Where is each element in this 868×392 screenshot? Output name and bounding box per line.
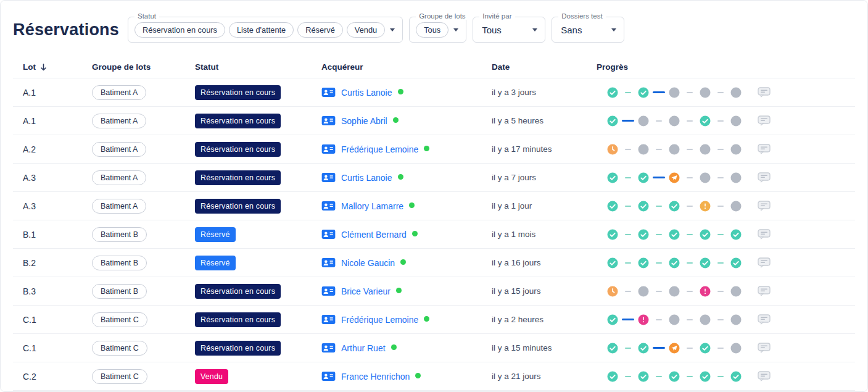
table-row[interactable]: A.3 Batiment A Réservation en cours Curt… [13, 164, 855, 192]
status-cell: Réservation en cours [195, 85, 321, 100]
progress-step-gray-icon [669, 144, 680, 155]
progress-connector [649, 149, 669, 150]
progress-connector [680, 234, 700, 235]
contact-card-icon[interactable] [321, 87, 336, 98]
contact-card-icon[interactable] [321, 229, 336, 240]
acquereur-cell: Frédérique Lemoine [321, 144, 492, 154]
filter-chip[interactable]: Vendu [347, 22, 385, 38]
acquereur-link[interactable]: Frédérique Lemoine [341, 144, 418, 154]
table-row[interactable]: B.1 Batiment B Réservé Clément Bernard i… [13, 220, 855, 249]
progress-cell [597, 257, 855, 269]
comment-icon[interactable] [758, 115, 771, 126]
comment-icon[interactable] [758, 343, 771, 353]
status-cell: Réservation en cours [195, 312, 321, 327]
contact-card-icon[interactable] [321, 201, 336, 211]
progress-step-gray-icon [700, 314, 711, 325]
acquereur-cell: Nicole Gaucin [321, 257, 492, 268]
table-row[interactable]: A.1 Batiment A Réservation en cours Curt… [13, 78, 855, 107]
table-row[interactable]: B.3 Batiment B Réservation en cours Bric… [13, 277, 855, 306]
comment-icon[interactable] [758, 229, 771, 240]
chevron-down-icon[interactable] [532, 28, 537, 31]
table-row[interactable]: A.3 Batiment A Réservation en cours Mall… [13, 192, 855, 220]
contact-card-icon[interactable] [321, 115, 336, 126]
filter-chip[interactable]: Réservé [297, 22, 343, 38]
contact-card-icon[interactable] [321, 286, 336, 296]
chevron-down-icon[interactable] [390, 28, 395, 31]
chevron-down-icon[interactable] [453, 28, 458, 31]
acquereur-link[interactable]: Frédérique Lemoine [341, 315, 418, 325]
status-badge: Réservation en cours [195, 312, 281, 327]
progress-step-gray-icon [730, 115, 742, 127]
table-row[interactable]: C.2 Batiment C Vendu France Henrichon il… [13, 362, 855, 391]
progress-step-gray-icon [700, 144, 711, 155]
acquereur-link[interactable]: France Henrichon [341, 372, 410, 382]
filter-statut-label: Statut [134, 12, 159, 20]
comment-icon[interactable] [758, 257, 771, 268]
comment-icon[interactable] [758, 201, 771, 211]
date-cell: il y a 7 jours [492, 173, 597, 182]
status-badge: Réservation en cours [195, 170, 281, 185]
filter-chip[interactable]: Réservation en cours [134, 22, 225, 38]
table-row[interactable]: C.1 Batiment C Réservation en cours Fréd… [13, 306, 855, 334]
group-chip: Batiment A [92, 170, 146, 185]
comment-icon[interactable] [758, 314, 771, 325]
sort-descending-icon[interactable] [40, 64, 47, 71]
filter-dossiers-test[interactable]: Dossiers test Sans [552, 17, 624, 43]
contact-card-icon[interactable] [321, 314, 336, 325]
progress-connector [711, 262, 730, 264]
contact-card-icon[interactable] [321, 371, 336, 382]
progress-connector [680, 120, 700, 122]
lot-cell: B.2 [13, 258, 92, 268]
comment-icon[interactable] [758, 286, 771, 296]
comment-icon[interactable] [758, 87, 771, 98]
contact-card-icon[interactable] [321, 257, 336, 268]
acquereur-link[interactable]: Curtis Lanoie [341, 173, 392, 183]
progress-step-warn-amber-icon [700, 201, 711, 212]
progress-step-check-icon [607, 172, 618, 183]
progress-connector [711, 177, 730, 178]
group-cell: Batiment C [92, 341, 195, 356]
dossiers-test-value[interactable]: Sans [558, 25, 584, 35]
status-cell: Réservation en cours [195, 199, 321, 214]
acquereur-link[interactable]: Sophie Abril [341, 116, 387, 126]
acquereur-cell: Curtis Lanoie [321, 87, 492, 98]
contact-card-icon[interactable] [321, 343, 336, 353]
progress-cell [597, 229, 855, 240]
status-cell: Réservation en cours [195, 170, 321, 185]
lot-cell: A.3 [13, 173, 92, 183]
contact-card-icon[interactable] [321, 172, 336, 183]
lot-cell: B.1 [13, 230, 92, 240]
acquereur-link[interactable]: Nicole Gaucin [341, 258, 395, 268]
filter-chip[interactable]: Liste d'attente [229, 22, 294, 38]
progress-step-check-icon [730, 229, 742, 240]
contact-card-icon[interactable] [321, 144, 336, 154]
comment-icon[interactable] [758, 172, 771, 183]
acquereur-link[interactable]: Brice Varieur [341, 286, 391, 296]
table-row[interactable]: B.2 Batiment B Réservé Nicole Gaucin il … [13, 249, 855, 277]
acquereur-link[interactable]: Clément Bernard [341, 230, 407, 240]
comment-icon[interactable] [758, 371, 771, 382]
date-cell: il y a 15 jours [492, 286, 597, 296]
table-row[interactable]: A.1 Batiment A Réservation en cours Soph… [13, 107, 855, 135]
table-row[interactable]: A.2 Batiment A Réservation en cours Fréd… [13, 135, 855, 164]
acquereur-link[interactable]: Arthur Ruet [341, 343, 386, 353]
acquereur-link[interactable]: Curtis Lanoie [341, 88, 392, 98]
column-header-lot[interactable]: Lot [13, 62, 92, 72]
invite-par-value[interactable]: Tous [479, 25, 504, 35]
progress-step-gray-icon [638, 115, 649, 127]
column-header-date: Date [492, 62, 597, 72]
comment-icon[interactable] [758, 144, 771, 154]
lot-cell: A.1 [13, 88, 92, 98]
progress-cell [597, 371, 855, 382]
chevron-down-icon[interactable] [611, 28, 616, 31]
progress-step-check-icon [730, 371, 742, 382]
filter-chip[interactable]: Tous [416, 22, 448, 38]
filter-invite-par[interactable]: Invité par Tous [473, 17, 545, 43]
date-label: il y a 1 jour [492, 201, 532, 211]
acquereur-link[interactable]: Mallory Lamarre [341, 201, 403, 211]
group-cell: Batiment A [92, 114, 195, 128]
table-row[interactable]: C.1 Batiment C Réservation en cours Arth… [13, 334, 855, 362]
progress-connector [618, 262, 638, 264]
progress-step-gray-icon [669, 314, 680, 325]
progress-step-plane-icon [669, 172, 680, 183]
